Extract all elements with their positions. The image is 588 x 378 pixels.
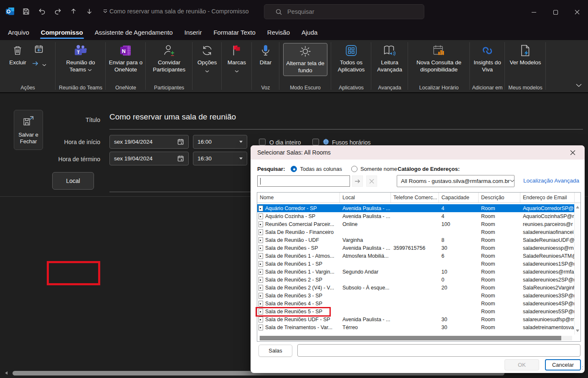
- scrollbar-thumb[interactable]: [260, 336, 561, 340]
- column-header-nome[interactable]: Nome: [257, 193, 340, 203]
- scroll-left-icon[interactable]: [5, 371, 8, 375]
- calendar-move-icon[interactable]: [34, 45, 43, 56]
- column-header-descricao[interactable]: Descrição: [479, 193, 520, 203]
- collapse-ribbon-icon[interactable]: [575, 81, 582, 89]
- menu-tab-compromisso[interactable]: Compromisso: [35, 24, 89, 40]
- address-book-dropdown[interactable]: All Rooms - gustavo.silva@rmfarma.com.br: [397, 175, 514, 187]
- room-icon: [259, 261, 263, 267]
- apps-grid-icon: [345, 43, 358, 58]
- room-row-sala-de-reunioes-sp[interactable]: Sala de Reuniões - SPAvenida Paulista - …: [257, 244, 574, 252]
- global-search-input[interactable]: Pesquisar: [264, 4, 424, 19]
- ribbon-button-leitura-avancada[interactable]: Leitura Avançada: [373, 43, 407, 73]
- search-clear-button[interactable]: [366, 175, 377, 187]
- column-header-capacidade[interactable]: Capacidade: [439, 193, 479, 203]
- dialog-close-icon[interactable]: [567, 147, 578, 158]
- ribbon-group-label: Localizar Horário: [408, 85, 470, 91]
- radio-name-only[interactable]: [351, 166, 357, 172]
- menu-tab-ajuda[interactable]: Ajuda: [296, 24, 323, 40]
- ribbon-button-reuniao-do-teams[interactable]: TReunião do Teams: [61, 43, 100, 73]
- minimize-button[interactable]: [523, 0, 545, 24]
- room-row-sala-de-reunioes-1-vargin[interactable]: Sala de Reuniões 1 - Vargin...Segundo An…: [257, 268, 574, 276]
- ribbon-button-insights-do-viva[interactable]: Insights do Viva: [472, 43, 502, 73]
- ribbon-button-excluir[interactable]: Excluir: [9, 43, 26, 66]
- end-time-field[interactable]: 16:30: [193, 152, 247, 165]
- menu-tab-revisao[interactable]: Revisão: [261, 24, 296, 40]
- menu-tab-arquivo[interactable]: Arquivo: [2, 24, 35, 40]
- dialog-search-input[interactable]: [257, 175, 350, 187]
- ribbon-button-convidar-participantes[interactable]: Convidar Participantes: [147, 43, 191, 73]
- table-horizontal-scrollbar[interactable]: [259, 336, 572, 340]
- cancel-button[interactable]: Cancelar: [545, 359, 581, 370]
- room-row-sala-de-reuniao-udf[interactable]: Sala de Reunião - UDFVarginha8RoomSalade…: [257, 236, 574, 244]
- menu-tab-assistente-de-agendamento[interactable]: Assistente de Agendamento: [89, 24, 179, 40]
- ribbon-button-ver-modelos[interactable]: Ver Modelos: [509, 43, 541, 66]
- room-row-sala-de-treinamentos-var[interactable]: Sala de Treinamentos - Var...Térreo30Roo…: [257, 323, 574, 331]
- room-row-sala-de-reuniao-financeiro[interactable]: Sala De Reunião - FinanceiroRoomsaladere…: [257, 228, 574, 236]
- ribbon-button-todos-os-aplicativos[interactable]: Todos os Aplicativos: [331, 43, 371, 73]
- ribbon-button-marcas[interactable]: Marcas: [228, 43, 246, 74]
- room-row-sala-de-reunioes-3-sp[interactable]: Sala de Reuniões 3 - SPRoomsaladereunioe…: [257, 292, 574, 299]
- move-up-icon[interactable]: [68, 6, 79, 17]
- ribbon-button-enviar-para-o-onenote[interactable]: NEnviar para o OneNote: [106, 43, 145, 73]
- save-icon[interactable]: [21, 6, 31, 17]
- column-header-telefone-comerc[interactable]: Telefone Comerc...: [391, 193, 439, 203]
- room-name: Sala de Reuniões 4 - SP: [265, 301, 322, 307]
- search-go-button[interactable]: [352, 175, 363, 187]
- appointment-title-input[interactable]: Como reservar uma sala de reunião: [109, 112, 236, 122]
- menu-tab-formatar-texto[interactable]: Formatar Texto: [208, 24, 261, 40]
- move-down-icon[interactable]: [84, 6, 94, 17]
- table-vertical-scrollbar[interactable]: [574, 203, 580, 335]
- room-row-aquario-cozinha-sp[interactable]: Aquário Cozinha - SPAvenida Paulista - .…: [257, 212, 574, 220]
- customize-toolbar-icon[interactable]: [100, 6, 110, 17]
- room-name: Reuniões Comercial Parceir...: [265, 221, 334, 227]
- text-caret: [260, 178, 261, 185]
- room-name: Sala de Reuniões 2 - SP: [265, 277, 322, 283]
- room-local: Avenida Paulista - ...: [340, 245, 391, 251]
- column-header-local[interactable]: Local: [340, 193, 391, 203]
- room-email: saladereunioes4SP@r: [520, 301, 574, 307]
- room-row-sala-de-reunioes-5-sp[interactable]: Sala de Reuniões 5 - SPRoomsaladereunioe…: [257, 307, 574, 315]
- ribbon-button-ditar[interactable]: Ditar: [259, 43, 272, 66]
- room-row-sala-de-reunioes-2-v4-v[interactable]: Sala de Reuniões 2 (V4) - V...Subsolo - …: [257, 284, 574, 292]
- start-time-field[interactable]: 16:00: [193, 135, 247, 149]
- ribbon-group-localizar-horario: Nova Consulta de disponibilidadeLocaliza…: [408, 40, 470, 92]
- room-row-sala-de-reunioes-2-sp[interactable]: Sala de Reuniões 2 - SP0Roomsaladereunio…: [257, 276, 574, 284]
- ribbon-button-nova-consulta-de-disponibilidade[interactable]: Nova Consulta de disponibilidade: [408, 43, 470, 73]
- room-icon: [259, 269, 263, 275]
- start-date-field[interactable]: sex 19/04/2024: [109, 135, 189, 149]
- forward-arrow-icon[interactable]: [31, 60, 41, 69]
- room-row-sala-de-reunioes-1-atmos[interactable]: Sala de Reuniões 1 - Atmos...Atmosfera M…: [257, 252, 574, 260]
- undo-icon[interactable]: [37, 6, 47, 17]
- end-date-field[interactable]: sex 19/04/2024: [109, 152, 189, 165]
- room-row-sala-de-reunioes-1-sp[interactable]: Sala de Reuniões 1 - SPRoomsaladereunioe…: [257, 260, 574, 268]
- room-row-sala-de-reunioes-4-sp[interactable]: Sala de Reuniões 4 - SPRoomsaladereunioe…: [257, 299, 574, 307]
- scroll-down-icon[interactable]: [576, 330, 579, 332]
- onenote-icon: N: [119, 43, 132, 58]
- scroll-up-icon[interactable]: [576, 206, 579, 208]
- redo-icon[interactable]: [53, 6, 63, 17]
- selected-rooms-input[interactable]: [297, 344, 580, 357]
- all-day-checkbox[interactable]: [259, 139, 266, 145]
- room-row-sala-de-reunioes-udf-sp[interactable]: Sala de Reuniões UDF - SPAvenida Paulist…: [257, 315, 574, 323]
- ribbon-group-meus-modelos: Ver ModelosMeus modelos: [505, 40, 546, 92]
- radio-all-columns[interactable]: [291, 166, 297, 172]
- timezones-checkbox[interactable]: [312, 139, 319, 145]
- advanced-location-link[interactable]: Localização Avançada: [523, 178, 579, 184]
- ribbon-button-alternar-tela-de-fundo[interactable]: Alternar tela de fundo: [283, 43, 327, 76]
- room-icon: [259, 317, 263, 322]
- resize-grip[interactable]: [579, 364, 583, 372]
- maximize-button[interactable]: [545, 0, 566, 24]
- close-button[interactable]: [566, 0, 588, 24]
- chevron-down-icon[interactable]: [42, 61, 46, 68]
- room-row-reunioes-comercial-parceir[interactable]: Reuniões Comercial Parceir...Online100Ro…: [257, 220, 574, 228]
- room-capacity: 8: [439, 237, 479, 243]
- column-header-endereco-de-email[interactable]: Endereço de Email: [520, 193, 575, 203]
- ribbon: ExcluirAçõesTReunião do Teams Reunião do…: [0, 40, 588, 93]
- save-and-close-button[interactable]: Salvar e Fechar: [14, 110, 43, 150]
- rooms-button[interactable]: Salas: [259, 345, 292, 357]
- location-button[interactable]: Local: [52, 172, 94, 190]
- room-row-aquario-corredor-sp[interactable]: Aquário Corredor - SPAvenida Paulista - …: [257, 204, 574, 212]
- ribbon-button-opcoes[interactable]: Opções: [198, 43, 217, 74]
- ok-button[interactable]: OK: [504, 359, 539, 370]
- menu-tab-inserir[interactable]: Inserir: [179, 24, 208, 40]
